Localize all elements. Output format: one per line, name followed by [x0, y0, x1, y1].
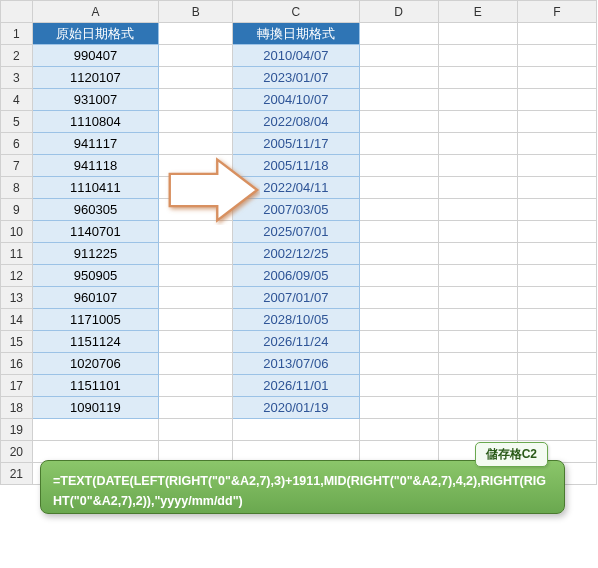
cell-E19[interactable] — [438, 419, 517, 441]
cell-C10[interactable]: 2025/07/01 — [233, 221, 360, 243]
row-header-18[interactable]: 18 — [1, 397, 33, 419]
cell-E10[interactable] — [438, 221, 517, 243]
cell-A10[interactable]: 1140701 — [32, 221, 159, 243]
row-header-4[interactable]: 4 — [1, 89, 33, 111]
cell-A4[interactable]: 931007 — [32, 89, 159, 111]
spreadsheet-grid[interactable]: A B C D E F 1原始日期格式轉換日期格式29904072010/04/… — [0, 0, 597, 485]
cell-E7[interactable] — [438, 155, 517, 177]
cell-E2[interactable] — [438, 45, 517, 67]
row-header-11[interactable]: 11 — [1, 243, 33, 265]
cell-C5[interactable]: 2022/08/04 — [233, 111, 360, 133]
cell-D19[interactable] — [359, 419, 438, 441]
cell-D17[interactable] — [359, 375, 438, 397]
cell-C7[interactable]: 2005/11/18 — [233, 155, 360, 177]
cell-D1[interactable] — [359, 23, 438, 45]
row-header-1[interactable]: 1 — [1, 23, 33, 45]
cell-D4[interactable] — [359, 89, 438, 111]
cell-D18[interactable] — [359, 397, 438, 419]
row-header-17[interactable]: 17 — [1, 375, 33, 397]
cell-C12[interactable]: 2006/09/05 — [233, 265, 360, 287]
cell-B16[interactable] — [159, 353, 233, 375]
cell-B11[interactable] — [159, 243, 233, 265]
row-header-13[interactable]: 13 — [1, 287, 33, 309]
row-header-8[interactable]: 8 — [1, 177, 33, 199]
cell-D8[interactable] — [359, 177, 438, 199]
cell-B12[interactable] — [159, 265, 233, 287]
row-header-2[interactable]: 2 — [1, 45, 33, 67]
cell-D9[interactable] — [359, 199, 438, 221]
cell-C3[interactable]: 2023/01/07 — [233, 67, 360, 89]
row-header-10[interactable]: 10 — [1, 221, 33, 243]
col-header-A[interactable]: A — [32, 1, 159, 23]
cell-B4[interactable] — [159, 89, 233, 111]
cell-F19[interactable] — [517, 419, 596, 441]
row-header-16[interactable]: 16 — [1, 353, 33, 375]
cell-F9[interactable] — [517, 199, 596, 221]
cell-C9[interactable]: 2007/03/05 — [233, 199, 360, 221]
cell-D6[interactable] — [359, 133, 438, 155]
cell-A6[interactable]: 941117 — [32, 133, 159, 155]
cell-E8[interactable] — [438, 177, 517, 199]
cell-F7[interactable] — [517, 155, 596, 177]
cell-C6[interactable]: 2005/11/17 — [233, 133, 360, 155]
cell-A1[interactable]: 原始日期格式 — [32, 23, 159, 45]
cell-E5[interactable] — [438, 111, 517, 133]
row-header-5[interactable]: 5 — [1, 111, 33, 133]
row-header-3[interactable]: 3 — [1, 67, 33, 89]
cell-D13[interactable] — [359, 287, 438, 309]
cell-D12[interactable] — [359, 265, 438, 287]
row-header-7[interactable]: 7 — [1, 155, 33, 177]
cell-A18[interactable]: 1090119 — [32, 397, 159, 419]
cell-C16[interactable]: 2013/07/06 — [233, 353, 360, 375]
cell-C18[interactable]: 2020/01/19 — [233, 397, 360, 419]
cell-B13[interactable] — [159, 287, 233, 309]
cell-B14[interactable] — [159, 309, 233, 331]
cell-B10[interactable] — [159, 221, 233, 243]
cell-B8[interactable] — [159, 177, 233, 199]
row-header-14[interactable]: 14 — [1, 309, 33, 331]
cell-E3[interactable] — [438, 67, 517, 89]
col-header-D[interactable]: D — [359, 1, 438, 23]
cell-A11[interactable]: 911225 — [32, 243, 159, 265]
row-header-12[interactable]: 12 — [1, 265, 33, 287]
cell-F11[interactable] — [517, 243, 596, 265]
row-header-9[interactable]: 9 — [1, 199, 33, 221]
cell-F16[interactable] — [517, 353, 596, 375]
col-header-C[interactable]: C — [233, 1, 360, 23]
cell-B6[interactable] — [159, 133, 233, 155]
cell-A19[interactable] — [32, 419, 159, 441]
cell-B7[interactable] — [159, 155, 233, 177]
row-header-21[interactable]: 21 — [1, 463, 33, 485]
cell-F17[interactable] — [517, 375, 596, 397]
cell-D14[interactable] — [359, 309, 438, 331]
cell-D10[interactable] — [359, 221, 438, 243]
cell-A14[interactable]: 1171005 — [32, 309, 159, 331]
cell-B2[interactable] — [159, 45, 233, 67]
cell-F15[interactable] — [517, 331, 596, 353]
cell-A12[interactable]: 950905 — [32, 265, 159, 287]
cell-C1[interactable]: 轉換日期格式 — [233, 23, 360, 45]
cell-F2[interactable] — [517, 45, 596, 67]
cell-A8[interactable]: 1110411 — [32, 177, 159, 199]
cell-B5[interactable] — [159, 111, 233, 133]
cell-F13[interactable] — [517, 287, 596, 309]
cell-D2[interactable] — [359, 45, 438, 67]
cell-D3[interactable] — [359, 67, 438, 89]
cell-A17[interactable]: 1151101 — [32, 375, 159, 397]
row-header-6[interactable]: 6 — [1, 133, 33, 155]
cell-B1[interactable] — [159, 23, 233, 45]
cell-F6[interactable] — [517, 133, 596, 155]
cell-E16[interactable] — [438, 353, 517, 375]
cell-D16[interactable] — [359, 353, 438, 375]
cell-C11[interactable]: 2002/12/25 — [233, 243, 360, 265]
cell-A15[interactable]: 1151124 — [32, 331, 159, 353]
row-header-15[interactable]: 15 — [1, 331, 33, 353]
col-header-B[interactable]: B — [159, 1, 233, 23]
cell-C4[interactable]: 2004/10/07 — [233, 89, 360, 111]
cell-E15[interactable] — [438, 331, 517, 353]
cell-B19[interactable] — [159, 419, 233, 441]
cell-F10[interactable] — [517, 221, 596, 243]
cell-E13[interactable] — [438, 287, 517, 309]
cell-C17[interactable]: 2026/11/01 — [233, 375, 360, 397]
cell-C2[interactable]: 2010/04/07 — [233, 45, 360, 67]
